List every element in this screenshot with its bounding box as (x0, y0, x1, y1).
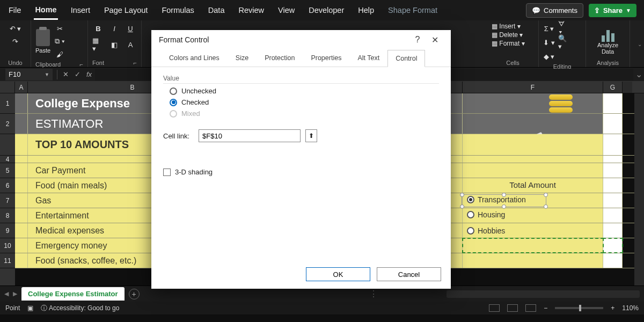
zoom-out-icon[interactable]: − (544, 304, 547, 312)
fx-icon[interactable]: fx (83, 70, 95, 78)
dialog-tab-properties[interactable]: Properties (303, 49, 349, 67)
help-icon[interactable]: ? (409, 35, 426, 45)
sheet-nav-prev-icon[interactable]: ◀ (4, 290, 9, 297)
fill-color-icon[interactable]: ◧ (108, 39, 120, 50)
row-header-10[interactable]: 10 (0, 238, 15, 253)
font-color-icon[interactable]: A (125, 39, 136, 50)
sheet-nav-next-icon[interactable]: ▶ (13, 290, 17, 297)
tab-review[interactable]: Review (237, 2, 265, 19)
dialog-tab-alttext[interactable]: Alt Text (349, 49, 387, 67)
copy-icon[interactable]: ⧉ ▾ (54, 35, 65, 47)
format-control-dialog: Format Control ? ✕ Colors and Lines Size… (151, 30, 451, 289)
3d-shading-checkbox[interactable]: 3-D shading (163, 168, 439, 176)
page-layout-view-icon[interactable] (507, 304, 518, 312)
cancel-button[interactable]: Cancel (377, 267, 441, 281)
zoom-in-icon[interactable]: + (611, 304, 614, 312)
share-button[interactable]: ⇪ Share ▼ (589, 4, 636, 17)
tab-view[interactable]: View (277, 2, 296, 19)
undo-icon[interactable]: ↶ ▾ (10, 23, 21, 34)
option-label: Housing (478, 210, 505, 219)
option-button-housing[interactable]: Housing (467, 210, 505, 219)
col-header-A[interactable]: A (15, 82, 28, 93)
vertical-scrollbar[interactable] (634, 93, 644, 286)
dialog-tab-control[interactable]: Control (387, 50, 425, 67)
tab-split-handle-icon[interactable]: ⋮ (369, 289, 378, 299)
bold-icon[interactable]: B (92, 23, 104, 34)
tab-developer[interactable]: Developer (308, 2, 345, 19)
dialog-launcher-icon[interactable]: ⌐ (80, 61, 83, 68)
redo-icon[interactable]: ↷ (10, 35, 21, 47)
tab-data[interactable]: Data (207, 2, 226, 19)
row-header-3[interactable] (0, 134, 15, 156)
row-header-9[interactable]: 9 (0, 223, 15, 238)
dialog-launcher-icon[interactable]: ⌐ (134, 60, 137, 66)
radio-unchecked[interactable]: Unchecked (170, 87, 439, 95)
cut-icon[interactable]: ✂ (54, 23, 65, 34)
expand-formula-bar-icon[interactable]: ⌄ (633, 69, 644, 79)
sheet-tab-active[interactable]: College Expense Estimator (21, 287, 125, 301)
tab-insert[interactable]: Insert (70, 2, 91, 19)
cell-link-input[interactable] (199, 129, 301, 142)
normal-view-icon[interactable] (489, 304, 500, 312)
chevron-down-icon[interactable]: ▼ (45, 72, 49, 77)
group-undo-label: Undo (4, 58, 26, 66)
clipboard-icon[interactable] (36, 29, 50, 46)
horizontal-scrollbar[interactable] (447, 290, 640, 298)
cancel-formula-icon[interactable]: ✕ (60, 70, 71, 78)
border-icon[interactable]: ▦ ▾ (92, 39, 104, 50)
row-header-2[interactable]: 2 (0, 114, 15, 134)
cells-delete-button[interactable]: ▦ Delete ▾ (492, 31, 534, 39)
clear-icon[interactable]: ◆ ▾ (543, 50, 555, 62)
tab-formulas[interactable]: Formulas (160, 2, 195, 19)
enter-formula-icon[interactable]: ✓ (71, 70, 83, 78)
row-header-4[interactable]: 4 (0, 156, 15, 163)
option-label: Transportation (478, 195, 526, 204)
underline-icon[interactable]: U (125, 23, 136, 34)
row-header-7[interactable]: 7 (0, 193, 15, 208)
close-icon[interactable]: ✕ (426, 35, 443, 45)
option-button-hobbies[interactable]: Hobbies (467, 226, 505, 235)
col-header-G[interactable]: G (603, 82, 623, 93)
fill-icon[interactable]: ⬇ ▾ (543, 36, 555, 48)
sort-filter-icon[interactable]: ᗊ ▾ (558, 23, 570, 34)
range-selector-icon[interactable]: ⬆ (305, 129, 317, 142)
cell-total-amount-header[interactable]: Total Amount (463, 178, 603, 193)
accessibility-status[interactable]: ⓘ Accessibility: Good to go (41, 304, 119, 313)
comments-label: Comments (544, 6, 577, 14)
group-clipboard-label: Clipboard (35, 61, 61, 68)
new-sheet-button[interactable]: + (129, 289, 140, 299)
row-header-11[interactable]: 11 (0, 253, 15, 268)
dialog-tab-protection[interactable]: Protection (257, 49, 303, 67)
tab-home[interactable]: Home (34, 1, 57, 20)
zoom-level[interactable]: 110% (622, 304, 639, 312)
dialog-tab-colors[interactable]: Colors and Lines (161, 49, 228, 67)
select-all-corner[interactable] (0, 82, 15, 93)
row-header-8[interactable]: 8 (0, 208, 15, 223)
tab-shape-format[interactable]: Shape Format (387, 2, 438, 19)
tab-file[interactable]: File (8, 2, 22, 19)
cells-format-button[interactable]: ▦ Format ▾ (492, 40, 534, 47)
tab-page-layout[interactable]: Page Layout (103, 2, 149, 19)
format-painter-icon[interactable]: 🖌 (54, 48, 65, 60)
analyze-data-icon[interactable] (598, 23, 618, 42)
row-header-6[interactable]: 6 (0, 178, 15, 193)
col-header-F[interactable]: F (463, 82, 603, 93)
radio-checked[interactable]: Checked (170, 98, 439, 106)
italic-icon[interactable]: I (108, 23, 120, 34)
name-box[interactable]: F10 ▼ (5, 69, 53, 80)
dialog-tab-size[interactable]: Size (228, 49, 257, 67)
autosum-icon[interactable]: Σ ▾ (543, 23, 555, 34)
vertical-scrollbar[interactable] (623, 82, 632, 93)
page-break-view-icon[interactable] (525, 304, 536, 312)
macro-record-icon[interactable]: ▣ (27, 304, 33, 312)
collapse-ribbon-icon[interactable]: ⌄ (638, 41, 642, 47)
option-button-transportation[interactable]: Transportation (467, 195, 526, 204)
tab-help[interactable]: Help (357, 2, 375, 19)
row-header-1[interactable]: 1 (0, 93, 15, 114)
zoom-slider[interactable] (555, 307, 603, 309)
ok-button[interactable]: OK (306, 267, 370, 281)
cells-insert-button[interactable]: ▦ Insert ▾ (492, 23, 534, 30)
comments-button[interactable]: 💬 Comments (526, 3, 583, 18)
find-select-icon[interactable]: 🔍 ▾ (558, 36, 570, 48)
row-header-5[interactable]: 5 (0, 163, 15, 178)
